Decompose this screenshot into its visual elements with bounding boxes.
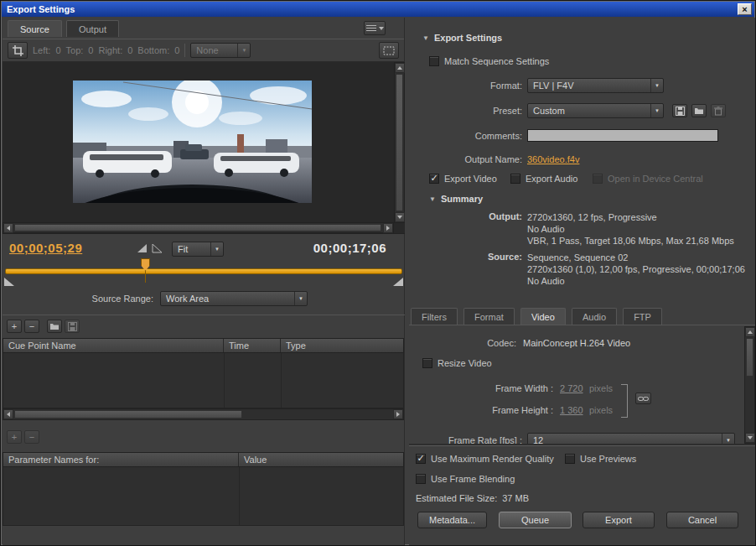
use-frame-blending-checkbox[interactable]: Use Frame Blending xyxy=(416,473,515,485)
right-trim-handle[interactable] xyxy=(393,278,403,286)
export-button[interactable]: Export xyxy=(583,512,655,528)
scroll-down-button[interactable] xyxy=(745,433,755,443)
save-icon xyxy=(68,322,77,331)
cue-point-list[interactable] xyxy=(3,353,404,408)
summary-line: No Audio xyxy=(527,223,734,235)
metadata-button[interactable]: Metadata... xyxy=(417,512,487,528)
frame-width-value[interactable]: 2 720 xyxy=(560,383,583,393)
frame-height-value[interactable]: 1 360 xyxy=(560,405,583,415)
scroll-up-button[interactable] xyxy=(745,327,755,337)
add-parameter-button[interactable]: + xyxy=(7,430,22,444)
crop-bottom-value[interactable]: 0 xyxy=(174,45,179,55)
resize-video-checkbox[interactable]: Resize Video xyxy=(422,357,492,369)
export-settings-panel: ▼ Export Settings Match Sequence Setting… xyxy=(409,18,756,545)
link-width-height-button[interactable] xyxy=(635,393,651,404)
checkbox-icon xyxy=(565,454,575,464)
save-preset-button[interactable] xyxy=(672,104,687,117)
scroll-left-button[interactable] xyxy=(3,223,13,233)
checkbox-checked-icon: ✓ xyxy=(429,174,439,184)
scroll-right-button[interactable] xyxy=(393,409,403,419)
queue-button[interactable]: Queue xyxy=(499,512,572,528)
preview-hscrollbar[interactable] xyxy=(3,222,394,233)
video-tab-scrollbar[interactable] xyxy=(744,326,755,444)
scrollbar-thumb[interactable] xyxy=(396,74,403,211)
remove-parameter-button[interactable]: − xyxy=(24,430,39,444)
load-cue-points-button[interactable] xyxy=(47,320,62,333)
summary-line: 2720x1360, 12 fps, Progressive xyxy=(527,211,734,223)
cue-col-time[interactable]: Time xyxy=(224,339,281,352)
out-point-icon[interactable] xyxy=(152,244,163,253)
save-cue-points-button[interactable] xyxy=(65,320,80,333)
source-range-dropdown[interactable]: Work Area ▼ xyxy=(160,291,308,306)
use-max-quality-checkbox[interactable]: ✓ Use Maximum Render Quality xyxy=(416,453,554,465)
crop-left-value[interactable]: 0 xyxy=(55,45,60,55)
codec-row: Codec: MainConcept H.264 Video xyxy=(409,335,756,351)
current-timecode[interactable]: 00;00;05;29 xyxy=(9,241,82,255)
zoom-level-dropdown[interactable]: Fit ▼ xyxy=(172,242,224,257)
crop-right-label: Right: xyxy=(98,45,122,55)
chevron-down-icon xyxy=(379,27,384,30)
export-settings-header[interactable]: ▼ Export Settings xyxy=(422,33,502,43)
parameter-table-header: Parameter Names for: Value xyxy=(3,452,404,467)
tab-format[interactable]: Format xyxy=(463,308,515,325)
close-button[interactable]: × xyxy=(738,3,752,15)
titlebar[interactable]: Export Settings × xyxy=(2,2,754,17)
tab-video[interactable]: Video xyxy=(520,308,566,325)
crop-proportions-button[interactable] xyxy=(379,42,399,59)
tab-filters[interactable]: Filters xyxy=(411,308,458,325)
scroll-up-button[interactable] xyxy=(395,63,405,73)
tab-audio[interactable]: Audio xyxy=(572,308,617,325)
param-col-value[interactable]: Value xyxy=(239,453,403,466)
chevron-down-icon: ▼ xyxy=(650,79,663,92)
crop-aspect-dropdown[interactable]: None ▼ xyxy=(190,43,251,58)
scrollbar-thumb[interactable] xyxy=(14,410,242,419)
delete-preset-button[interactable] xyxy=(711,104,726,117)
scroll-right-button[interactable] xyxy=(383,223,393,233)
cue-col-name[interactable]: Cue Point Name xyxy=(3,339,224,352)
output-name-link[interactable]: 360video.f4v xyxy=(527,154,579,164)
frame-rate-dropdown[interactable]: 12 ▼ xyxy=(527,433,735,444)
match-sequence-checkbox[interactable]: Match Sequence Settings xyxy=(429,55,549,67)
summary-header[interactable]: ▼ Summary xyxy=(429,194,483,204)
chevron-down-icon: ▼ xyxy=(722,434,734,444)
scrollbar-thumb[interactable] xyxy=(746,338,753,377)
crop-button[interactable] xyxy=(8,42,28,59)
cue-col-type[interactable]: Type xyxy=(281,339,403,352)
summary-title: Summary xyxy=(441,194,483,204)
estimated-size-label: Estimated File Size: xyxy=(416,493,497,503)
cancel-button[interactable]: Cancel xyxy=(666,512,738,528)
crop-right-value[interactable]: 0 xyxy=(127,45,132,55)
disclosure-icon: ▼ xyxy=(429,195,436,203)
left-trim-handle[interactable] xyxy=(4,278,14,286)
tab-ftp[interactable]: FTP xyxy=(623,308,662,325)
tab-output[interactable]: Output xyxy=(66,20,119,37)
parameter-list[interactable] xyxy=(3,467,404,526)
work-area-bar[interactable] xyxy=(5,268,402,274)
in-point-icon[interactable] xyxy=(137,244,148,253)
open-device-central-label: Open in Device Central xyxy=(608,174,703,184)
crop-proportions-icon xyxy=(383,46,395,55)
use-previews-checkbox[interactable]: Use Previews xyxy=(565,453,636,465)
arrow-down-icon xyxy=(748,436,753,439)
open-device-central-checkbox[interactable]: Open in Device Central xyxy=(593,173,703,185)
timeline[interactable] xyxy=(3,261,405,289)
panel-menu-button[interactable] xyxy=(364,21,386,35)
format-dropdown[interactable]: FLV | F4V ▼ xyxy=(527,78,664,93)
export-video-checkbox[interactable]: ✓ Export Video xyxy=(429,173,497,185)
scroll-down-button[interactable] xyxy=(395,212,405,222)
scroll-left-button[interactable] xyxy=(3,409,13,419)
preview-vscrollbar[interactable] xyxy=(394,62,405,223)
cue-list-hscrollbar[interactable] xyxy=(3,408,404,420)
comments-input[interactable] xyxy=(527,129,718,142)
export-audio-checkbox[interactable]: Export Audio xyxy=(510,173,577,185)
add-cue-point-button[interactable]: + xyxy=(7,320,22,333)
remove-cue-point-button[interactable]: − xyxy=(24,320,39,333)
import-preset-button[interactable] xyxy=(691,104,707,117)
crop-top-value[interactable]: 0 xyxy=(88,45,93,55)
use-frame-blending-label: Use Frame Blending xyxy=(431,474,515,484)
param-col-name[interactable]: Parameter Names for: xyxy=(3,453,239,466)
scrollbar-thumb[interactable] xyxy=(14,224,381,231)
preset-dropdown[interactable]: Custom ▼ xyxy=(527,103,664,118)
frame-width-unit: pixels xyxy=(589,383,613,393)
tab-source[interactable]: Source xyxy=(8,20,62,37)
